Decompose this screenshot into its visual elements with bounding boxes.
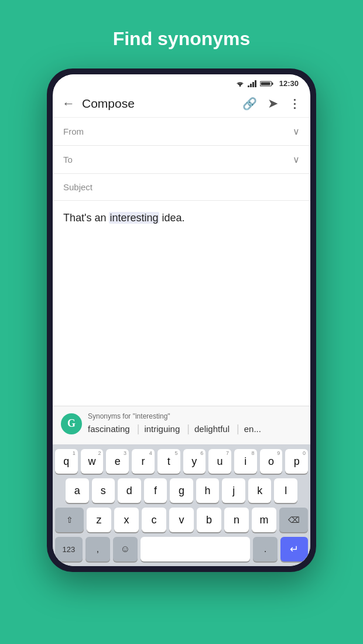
page-header: Find synonyms [113, 0, 251, 68]
synonym-word-3[interactable]: delightful [194, 424, 237, 434]
key-h[interactable]: h [196, 478, 220, 503]
key-s[interactable]: s [92, 478, 115, 503]
key-i[interactable]: 8i [234, 449, 257, 474]
keyboard-row-3: ⇧ z x c v b n m ⌫ [55, 508, 308, 532]
synonym-word-1[interactable]: fascinating [88, 424, 137, 434]
to-input[interactable] [95, 155, 293, 165]
comma-key[interactable]: , [85, 537, 110, 561]
svg-rect-1 [248, 85, 249, 87]
synonym-word-2[interactable]: intriguing [144, 424, 187, 434]
to-label: To [63, 155, 95, 165]
toolbar-actions: 🔗 ➤ ⋮ [242, 96, 301, 111]
signal-icon [248, 80, 257, 87]
key-f[interactable]: f [144, 478, 167, 503]
space-key[interactable] [141, 537, 250, 561]
synonym-divider-2: | [187, 423, 190, 435]
compose-toolbar: ← Compose 🔗 ➤ ⋮ [53, 90, 310, 118]
status-time: 12:30 [279, 79, 299, 88]
battery-icon [260, 80, 274, 87]
subject-label: Subject [63, 182, 93, 192]
key-p[interactable]: 0p [285, 449, 308, 474]
key-v[interactable]: v [169, 508, 194, 532]
backspace-key[interactable]: ⌫ [279, 508, 308, 532]
key-b[interactable]: b [197, 508, 221, 532]
key-l[interactable]: l [274, 478, 297, 503]
keyboard-row-1: 1q 2w 3e 4r 5t 6y 7u 8i 9o 0p [55, 449, 308, 474]
shift-key[interactable]: ⇧ [55, 508, 84, 532]
key-u[interactable]: 7u [208, 449, 231, 474]
grammarly-logo: G [61, 413, 82, 434]
key-j[interactable]: j [222, 478, 245, 503]
key-x[interactable]: x [114, 508, 139, 532]
from-label: From [63, 126, 95, 136]
toolbar-title: Compose [82, 97, 242, 111]
key-g[interactable]: g [170, 478, 193, 503]
key-o[interactable]: 9o [260, 449, 283, 474]
wifi-icon [235, 80, 245, 87]
phone-device: 12:30 ← Compose 🔗 ➤ ⋮ From ∨ To ∨ [47, 68, 316, 572]
key-w[interactable]: 2w [81, 449, 104, 474]
key-r[interactable]: 4r [132, 449, 155, 474]
status-icons: 12:30 [235, 79, 299, 88]
more-options-icon[interactable]: ⋮ [289, 97, 301, 111]
key-y[interactable]: 6y [183, 449, 206, 474]
keyboard-row-2: a s d f g h j k l [55, 478, 308, 503]
synonym-words: fascinating | intriguing | delightful | … [88, 423, 302, 435]
synonym-header: G Synonyms for "interesting" fascinating… [61, 412, 302, 435]
svg-rect-7 [261, 82, 270, 85]
from-chevron[interactable]: ∨ [293, 126, 300, 137]
from-field: From ∨ [53, 118, 310, 146]
key-k[interactable]: k [248, 478, 272, 503]
svg-rect-6 [272, 83, 273, 85]
key-n[interactable]: n [224, 508, 249, 532]
to-chevron[interactable]: ∨ [293, 154, 300, 165]
emoji-key[interactable]: ☺ [113, 537, 138, 561]
synonym-title: Synonyms for "interesting" [88, 412, 302, 420]
svg-point-0 [239, 85, 241, 86]
body-text-after: idea. [159, 212, 185, 224]
email-body[interactable]: That's an interesting idea. [53, 201, 310, 406]
synonym-content: Synonyms for "interesting" fascinating |… [88, 412, 302, 435]
key-q[interactable]: 1q [55, 449, 78, 474]
key-a[interactable]: a [66, 478, 89, 503]
to-field: To ∨ [53, 146, 310, 174]
synonym-divider-1: | [137, 423, 140, 435]
period-key[interactable]: . [253, 537, 278, 561]
synonym-word-4[interactable]: en... [244, 424, 268, 434]
key-d[interactable]: d [118, 478, 141, 503]
from-input[interactable] [95, 126, 293, 136]
highlighted-word[interactable]: interesting [109, 212, 159, 224]
key-z[interactable]: z [87, 508, 111, 532]
keyboard: 1q 2w 3e 4r 5t 6y 7u 8i 9o 0p a s d f g … [53, 444, 310, 566]
key-m[interactable]: m [252, 508, 276, 532]
synonym-bar: G Synonyms for "interesting" fascinating… [53, 406, 310, 444]
status-bar: 12:30 [53, 74, 310, 90]
svg-rect-2 [250, 84, 252, 87]
back-button[interactable]: ← [62, 96, 75, 111]
key-e[interactable]: 3e [106, 449, 129, 474]
page-title: Find synonyms [113, 28, 251, 50]
svg-rect-4 [255, 80, 256, 87]
attach-icon[interactable]: 🔗 [242, 97, 257, 111]
grammarly-g-letter: G [67, 417, 76, 430]
body-text-before: That's an [63, 212, 109, 224]
synonym-divider-3: | [237, 423, 239, 435]
enter-key[interactable]: ↵ [280, 537, 308, 561]
key-t[interactable]: 5t [157, 449, 180, 474]
subject-field: Subject [53, 174, 310, 201]
phone-screen: 12:30 ← Compose 🔗 ➤ ⋮ From ∨ To ∨ [53, 74, 310, 566]
send-icon[interactable]: ➤ [268, 96, 278, 111]
numbers-key[interactable]: 123 [55, 537, 83, 561]
svg-rect-3 [252, 82, 254, 87]
key-c[interactable]: c [142, 508, 166, 532]
keyboard-row-4: 123 , ☺ . ↵ [55, 537, 308, 561]
